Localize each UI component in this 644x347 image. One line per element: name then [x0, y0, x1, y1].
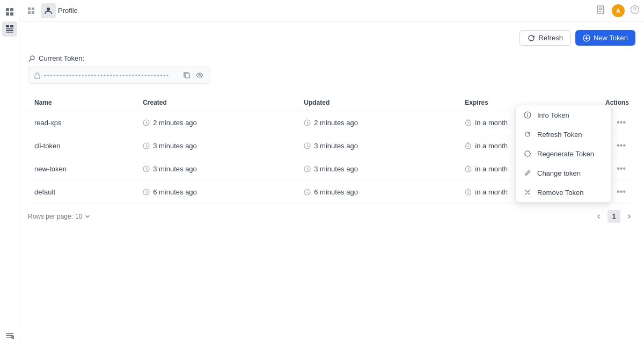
svg-rect-16: [32, 11, 34, 14]
cell-updated: 2 minutes ago: [297, 111, 458, 134]
page-1-button[interactable]: 1: [608, 210, 620, 223]
regenerate-icon: [523, 149, 532, 158]
avatar[interactable]: A: [612, 4, 625, 17]
menu-item-info[interactable]: Info Token: [516, 105, 611, 125]
cell-updated: 3 minutes ago: [297, 157, 458, 180]
sidebar: [0, 0, 19, 347]
sidebar-list-icon[interactable]: [2, 328, 17, 343]
menu-remove-label: Remove Token: [537, 189, 583, 197]
menu-change-label: Change token: [537, 169, 581, 177]
token-actions: [182, 70, 204, 80]
svg-point-17: [47, 8, 50, 11]
menu-info-label: Info Token: [537, 111, 569, 119]
app-grid-icon[interactable]: [24, 3, 39, 18]
svg-point-38: [527, 113, 528, 114]
row-actions-button[interactable]: •••: [613, 186, 629, 198]
svg-rect-22: [35, 75, 40, 78]
page-number: 1: [612, 213, 616, 220]
row-actions-button[interactable]: •••: [613, 140, 629, 151]
col-created: Created: [136, 95, 297, 111]
svg-rect-9: [6, 333, 13, 334]
svg-rect-0: [6, 8, 9, 11]
refresh-label: Refresh: [538, 34, 563, 42]
context-menu: Info Token Refresh Token: [515, 105, 612, 203]
page-title: Profile: [58, 6, 78, 15]
current-token-label: Current Token:: [28, 54, 635, 62]
edit-icon: [523, 169, 532, 177]
cell-name: default: [28, 180, 136, 204]
menu-item-remove[interactable]: Remove Token: [516, 183, 611, 202]
app-profile-icon[interactable]: [41, 3, 56, 18]
refresh-button[interactable]: Refresh: [519, 30, 571, 46]
rows-per-page[interactable]: Rows per page: 10: [28, 213, 91, 220]
rows-per-page-label: Rows per page:: [28, 213, 73, 220]
menu-item-regenerate[interactable]: Regenerate Token: [516, 144, 611, 163]
cell-created: 3 minutes ago: [136, 134, 297, 157]
row-actions-button[interactable]: •••: [613, 117, 629, 128]
svg-rect-5: [10, 25, 13, 27]
cell-created: 6 minutes ago: [136, 180, 297, 204]
svg-rect-6: [6, 28, 13, 30]
svg-rect-7: [6, 30, 13, 31]
row-actions-button[interactable]: •••: [613, 163, 629, 175]
menu-item-change[interactable]: Change token: [516, 163, 611, 183]
current-token-text: Current Token:: [39, 54, 84, 62]
show-token-button[interactable]: [195, 70, 204, 80]
token-masked-value: ••••••••••••••••••••••••••••••••••••••••: [44, 72, 179, 78]
info-icon: [523, 111, 532, 119]
svg-rect-4: [6, 25, 9, 27]
svg-point-20: [634, 11, 635, 12]
next-page-button[interactable]: [623, 210, 635, 223]
sidebar-bottom-icon[interactable]: [2, 328, 17, 343]
cell-name: cli-token: [28, 134, 136, 157]
token-field: ••••••••••••••••••••••••••••••••••••••••: [28, 67, 210, 84]
svg-rect-13: [28, 8, 31, 10]
svg-rect-2: [6, 12, 9, 16]
sidebar-grid-icon[interactable]: [2, 4, 17, 19]
menu-refresh-label: Refresh Token: [537, 131, 582, 139]
file-icon[interactable]: [596, 5, 605, 16]
cell-name: new-token: [28, 157, 136, 180]
svg-rect-23: [185, 74, 189, 78]
rows-per-page-value: 10: [75, 213, 82, 220]
pagination: Rows per page: 10 1: [28, 210, 635, 223]
svg-rect-8: [6, 32, 13, 33]
sidebar-profile-icon[interactable]: [2, 21, 17, 37]
copy-token-button[interactable]: [182, 70, 192, 80]
page-controls: 1: [592, 210, 635, 223]
app-header: Profile A: [19, 0, 644, 21]
svg-rect-14: [32, 8, 34, 10]
main-content: Profile A: [19, 0, 644, 347]
remove-icon: [523, 188, 532, 197]
svg-rect-15: [28, 11, 31, 14]
svg-point-24: [199, 75, 201, 76]
col-updated: Updated: [297, 95, 458, 111]
svg-rect-1: [10, 8, 13, 11]
refresh-token-icon: [523, 130, 532, 139]
svg-rect-10: [6, 335, 13, 336]
cell-name: read-xps: [28, 111, 136, 134]
cell-created: 2 minutes ago: [136, 111, 297, 134]
prev-page-button[interactable]: [592, 210, 605, 223]
cell-updated: 6 minutes ago: [297, 180, 458, 204]
menu-item-refresh[interactable]: Refresh Token: [516, 125, 611, 144]
cell-created: 3 minutes ago: [136, 157, 297, 180]
content-area: Refresh New Token Current Token:: [19, 21, 644, 347]
new-token-label: New Token: [594, 34, 628, 42]
help-icon[interactable]: [630, 5, 640, 16]
cell-updated: 3 minutes ago: [297, 134, 458, 157]
new-token-button[interactable]: New Token: [575, 30, 635, 46]
menu-regenerate-label: Regenerate Token: [537, 150, 594, 158]
current-token-section: Current Token: •••••••••••••••••••••••••…: [28, 54, 635, 84]
action-buttons: Refresh New Token: [28, 30, 635, 46]
col-name: Name: [28, 95, 136, 111]
svg-rect-3: [10, 12, 13, 16]
